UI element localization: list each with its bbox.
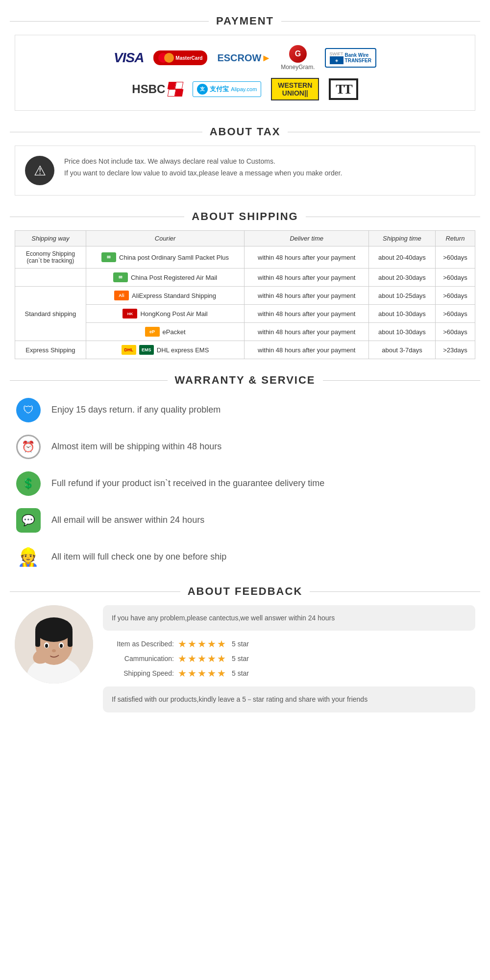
hkpost-icon: HK: [122, 309, 137, 318]
star: ★: [197, 638, 206, 650]
courier-inner: ✉ China Post Registered Air Mail: [91, 272, 239, 282]
warranty-item-3: 💲 Full refund if your product isn`t rece…: [15, 470, 475, 497]
courier-name: ePacket: [163, 328, 186, 336]
shipping-time-cell: about 20-30days: [369, 269, 436, 287]
wu-line2: UNION||: [278, 89, 312, 97]
bubble-top-text: If you have any problem,please cantectus…: [112, 614, 335, 622]
payment-section-header: PAYMENT: [10, 15, 480, 27]
mastercard-logo: MasterCard: [153, 50, 207, 65]
mc-text: MasterCard: [175, 55, 202, 61]
shipping-way-cell: Express Shipping: [15, 341, 86, 359]
feedback-avatar: [15, 605, 93, 684]
warranty-text-4: All email will be answer within 24 hours: [51, 515, 204, 525]
warranty-items: 🛡 Enjoy 15 days return. if any quality p…: [15, 396, 475, 570]
epacket-icon: eP: [145, 327, 160, 337]
warranty-text-1: Enjoy 15 days return. if any quality pro…: [51, 405, 220, 415]
warranty-section-header: WARRANTY & SERVICE: [10, 374, 480, 387]
warranty-icon-wrap-3: 💲: [15, 470, 42, 497]
rating-label-1: Item as Described:: [105, 640, 174, 648]
shipping-time-cell: about 3-7days: [369, 341, 436, 359]
mg-label: MoneyGram.: [281, 64, 315, 71]
table-row: Express Shipping DHL EMS DHL express EMS…: [15, 341, 475, 359]
courier-inner: DHL EMS DHL express EMS: [91, 345, 239, 355]
dhl-icon: DHL: [122, 345, 136, 355]
return-cell: >60days: [435, 269, 475, 287]
rating-value-3: 5 star: [232, 669, 249, 677]
shipping-title: ABOUT SHIPPING: [192, 210, 298, 223]
rating-block: Item as Described: ★ ★ ★ ★ ★ 5 star Camm…: [103, 638, 475, 679]
warranty-text-3: Full refund if your product isn`t receiv…: [51, 478, 324, 489]
transfer-text: TRANSFER: [345, 58, 371, 63]
warranty-item-1: 🛡 Enjoy 15 days return. if any quality p…: [15, 396, 475, 423]
deliver-time-cell: within 48 hours after your payment: [245, 341, 369, 359]
h2: [175, 82, 184, 89]
star: ★: [178, 653, 187, 664]
china-post-icon: ✉: [101, 252, 116, 262]
col-deliver-time: Deliver time: [245, 231, 369, 246]
mg-icon-text: G: [295, 49, 301, 58]
alipay-text: 支付宝: [210, 85, 229, 94]
rating-row-2: Cammunication: ★ ★ ★ ★ ★ 5 star: [105, 653, 473, 664]
feedback-bubble-bottom: If satisfied with our products,kindly le…: [103, 686, 475, 712]
tax-line-left: [10, 132, 202, 132]
col-return: Return: [435, 231, 475, 246]
visa-logo: VISA: [114, 50, 144, 66]
star: ★: [197, 653, 206, 664]
money-icon: 💲: [16, 471, 41, 496]
courier-inner: eP ePacket: [91, 327, 239, 337]
warranty-text-5: All item will full check one by one befo…: [51, 552, 226, 562]
feedback-line-left: [10, 591, 180, 592]
col-shipping-way: Shipping way: [15, 231, 86, 246]
bankwire-logo: SWIFT ◈ Bank Wire TRANSFER: [325, 48, 376, 68]
shipping-table-wrap: Shipping way Courier Deliver time Shippi…: [15, 230, 475, 359]
rating-value-2: 5 star: [232, 655, 249, 662]
worker-emoji: 👷: [17, 547, 39, 567]
warranty-icon-wrap-1: 🛡: [15, 396, 42, 423]
ems-icon: EMS: [139, 345, 154, 355]
payment-row-1: VISA MasterCard ESCROW► G MoneyGram. SWI…: [114, 45, 376, 71]
shipping-way-cell: [15, 269, 86, 287]
svg-point-9: [45, 644, 48, 648]
h4: [175, 89, 184, 97]
china-post-icon: ✉: [113, 272, 128, 282]
svg-point-11: [52, 649, 56, 652]
courier-cell: HK HongKong Post Air Mail: [86, 305, 244, 323]
wu-logo: WESTERN UNION||: [271, 78, 319, 100]
shipping-way-cell: Standard shipping: [15, 287, 86, 341]
star: ★: [217, 638, 226, 650]
hsbc-logo: HSBC: [132, 82, 183, 97]
feedback-right: If you have any problem,please cantectus…: [103, 605, 475, 720]
courier-cell: ✉ China Post Registered Air Mail: [86, 269, 244, 287]
courier-name: China Post Registered Air Mail: [131, 274, 217, 281]
tax-icon: ⚠: [25, 156, 54, 185]
warranty-icon-wrap-4: 💬: [15, 507, 42, 534]
warranty-icon-wrap-5: 👷: [15, 543, 42, 570]
deliver-time-cell: within 48 hours after your payment: [245, 269, 369, 287]
courier-cell: Ali AliExpress Standard Shipping: [86, 287, 244, 305]
feedback-section-header: ABOUT FEEDBACK: [10, 585, 480, 598]
return-cell: >60days: [435, 246, 475, 269]
shipping-way-cell: Economy Shipping(can`t be tracking): [15, 246, 86, 269]
tax-title: ABOUT TAX: [210, 125, 281, 138]
avatar-svg: [15, 605, 93, 684]
bubble-bottom-text: If satisfied with our products,kindly le…: [112, 695, 368, 703]
rating-label-3: Shipping Speed:: [105, 669, 174, 677]
star: ★: [217, 653, 226, 664]
tax-line2: If you want to declare low value to avoi…: [64, 168, 342, 179]
shipping-table: Shipping way Courier Deliver time Shippi…: [15, 230, 475, 359]
hsbc-text: HSBC: [132, 82, 165, 96]
return-cell: >60days: [435, 323, 475, 341]
feedback-bubble-top: If you have any problem,please cantectus…: [103, 605, 475, 631]
warranty-item-5: 👷 All item will full check one by one be…: [15, 543, 475, 570]
wu-line1: WESTERN: [278, 81, 312, 89]
deliver-time-cell: within 48 hours after your payment: [245, 305, 369, 323]
star: ★: [178, 638, 187, 650]
header-line-right: [281, 21, 480, 22]
feedback-content-area: If you have any problem,please cantectus…: [15, 605, 475, 720]
alipay-icon: 支: [197, 84, 208, 95]
star: ★: [188, 638, 196, 650]
col-courier: Courier: [86, 231, 244, 246]
aliexpress-icon: Ali: [114, 291, 129, 300]
rating-value-1: 5 star: [232, 640, 249, 648]
star: ★: [207, 653, 216, 664]
